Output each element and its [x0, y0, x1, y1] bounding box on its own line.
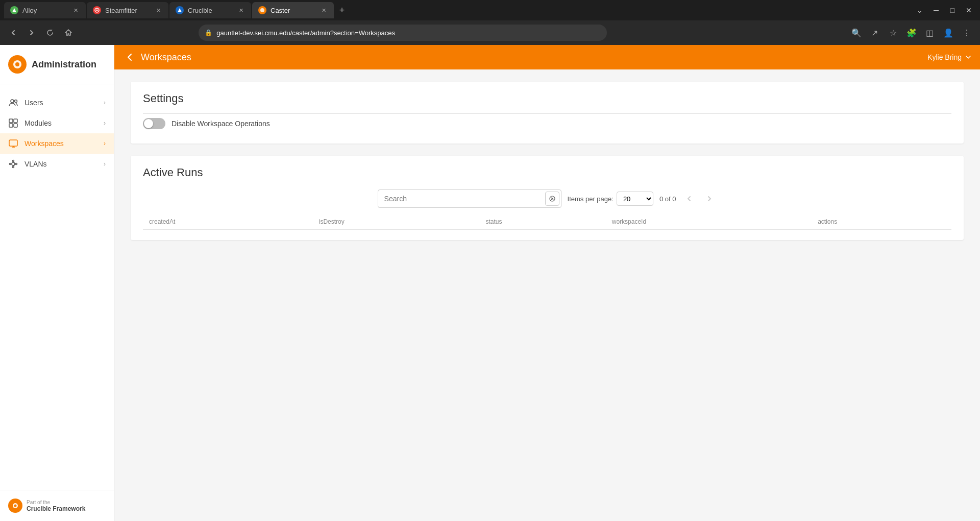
- share-icon[interactable]: ↗: [868, 26, 882, 40]
- browser-actions: 🔍 ↗ ☆ 🧩 ◫ 👤 ⋮: [849, 26, 974, 40]
- tab-caster[interactable]: Caster ✕: [252, 2, 334, 18]
- tab-crucible-label: Crucible: [188, 7, 233, 14]
- chevron-right-icon: ›: [104, 99, 106, 106]
- footer-main-text: Crucible Framework: [27, 505, 85, 512]
- user-name: Kylie Bring: [927, 53, 962, 61]
- table-header-row: createdAt isDestroy status workspaceId a…: [143, 214, 951, 230]
- items-per-page-label: Items per page:: [568, 195, 614, 203]
- workspaces-icon: [8, 138, 18, 149]
- sidebar-item-users-label: Users: [24, 99, 97, 107]
- items-per-page-control: Items per page: 5 10 20 50 100: [568, 192, 653, 206]
- active-runs-card: Active Runs Items per page: 5 10: [131, 156, 964, 240]
- toggle-knob: [144, 119, 153, 128]
- tab-crucible[interactable]: Crucible ✕: [169, 2, 251, 18]
- chevron-down-icon[interactable]: ⌄: [913, 3, 927, 17]
- tab-crucible-close[interactable]: ✕: [237, 6, 245, 14]
- svg-rect-10: [14, 119, 17, 123]
- top-bar: Workspaces Kylie Bring: [114, 45, 980, 69]
- search-input[interactable]: [378, 190, 561, 208]
- back-nav-button[interactable]: [6, 26, 20, 40]
- sidebar-item-vlans-label: VLANs: [24, 160, 97, 168]
- tab-steamfitter[interactable]: Steamfitter ✕: [87, 2, 168, 18]
- tab-caster-close[interactable]: ✕: [320, 6, 328, 14]
- extensions-icon[interactable]: 🧩: [904, 26, 919, 40]
- user-menu[interactable]: Kylie Bring: [927, 53, 972, 61]
- maximize-button[interactable]: □: [945, 3, 960, 17]
- svg-point-16: [13, 167, 14, 168]
- sidebar-header: Administration: [0, 45, 114, 84]
- tab-caster-label: Caster: [271, 7, 315, 14]
- footer-small-text: Part of the: [27, 500, 85, 505]
- reload-button[interactable]: [43, 26, 57, 40]
- main-content: Workspaces Kylie Bring Settings Disable …: [114, 45, 980, 521]
- back-button[interactable]: [122, 50, 137, 64]
- caster-favicon: [258, 6, 266, 14]
- sidebar-item-workspaces-label: Workspaces: [24, 139, 97, 148]
- col-created-at: createdAt: [143, 214, 313, 230]
- search-clear-button[interactable]: [545, 192, 559, 206]
- svg-rect-13: [9, 140, 17, 146]
- address-bar-url: gauntlet-dev.sei.cmu.edu/caster/admin?se…: [216, 29, 601, 37]
- sidebar-item-workspaces[interactable]: Workspaces ›: [0, 133, 114, 154]
- chevron-right-icon-4: ›: [104, 160, 106, 168]
- minimize-button[interactable]: ─: [929, 3, 943, 17]
- col-workspace-id: workspaceId: [606, 214, 812, 230]
- sidebar-item-users[interactable]: Users ›: [0, 92, 114, 113]
- tab-steamfitter-close[interactable]: ✕: [154, 6, 162, 14]
- sidebar-item-vlans[interactable]: VLANs ›: [0, 154, 114, 174]
- footer-logo: [8, 499, 22, 513]
- svg-rect-12: [14, 124, 17, 127]
- tab-alloy-close[interactable]: ✕: [71, 6, 80, 14]
- address-bar[interactable]: 🔒 gauntlet-dev.sei.cmu.edu/caster/admin?…: [199, 25, 607, 41]
- search-container: [378, 190, 561, 208]
- lock-icon: 🔒: [205, 29, 212, 36]
- table-header: createdAt isDestroy status workspaceId a…: [143, 214, 951, 230]
- settings-card: Settings Disable Workspace Operations: [131, 82, 964, 144]
- sidebar-item-modules-label: Modules: [24, 119, 97, 127]
- svg-rect-9: [9, 119, 13, 123]
- table-controls: Items per page: 5 10 20 50 100 0 of 0: [143, 190, 951, 208]
- tab-alloy[interactable]: Alloy ✕: [4, 2, 86, 18]
- col-status: status: [479, 214, 605, 230]
- footer-text: Part of the Crucible Framework: [27, 500, 85, 512]
- chevron-right-icon-2: ›: [104, 120, 106, 127]
- sidebar-footer: Part of the Crucible Framework: [0, 490, 114, 521]
- disable-workspace-toggle[interactable]: [143, 118, 165, 129]
- svg-marker-3: [178, 8, 182, 12]
- col-is-destroy: isDestroy: [313, 214, 480, 230]
- svg-marker-0: [12, 8, 16, 12]
- users-icon: [8, 98, 18, 108]
- menu-icon[interactable]: ⋮: [960, 26, 974, 40]
- pagination-prev-button[interactable]: [682, 192, 696, 206]
- svg-point-6: [15, 62, 19, 66]
- svg-point-2: [96, 10, 98, 11]
- forward-nav-button[interactable]: [24, 26, 39, 40]
- window-controls: ⌄ ─ □ ✕: [913, 3, 976, 17]
- svg-rect-11: [9, 124, 13, 127]
- steamfitter-favicon: [93, 6, 101, 14]
- close-window-button[interactable]: ✕: [962, 3, 976, 17]
- profile-icon[interactable]: 👤: [941, 26, 955, 40]
- active-runs-table: createdAt isDestroy status workspaceId a…: [143, 214, 951, 230]
- home-button[interactable]: [61, 26, 76, 40]
- content-area: Settings Disable Workspace Operations Ac…: [114, 69, 980, 521]
- disable-workspace-row: Disable Workspace Operations: [143, 114, 951, 133]
- alloy-favicon: [10, 6, 18, 14]
- pagination-next-button[interactable]: [702, 192, 717, 206]
- crucible-favicon: [176, 6, 184, 14]
- col-actions: actions: [812, 214, 951, 230]
- svg-point-18: [16, 163, 17, 165]
- sidebar-item-modules[interactable]: Modules ›: [0, 113, 114, 133]
- tab-bar: Alloy ✕ Steamfitter ✕ Crucible ✕ Caster …: [0, 0, 980, 20]
- bookmark-icon[interactable]: ☆: [886, 26, 900, 40]
- new-tab-button[interactable]: +: [335, 3, 349, 17]
- svg-point-8: [15, 100, 17, 103]
- svg-point-15: [13, 160, 14, 162]
- zoom-icon[interactable]: 🔍: [849, 26, 864, 40]
- sidebar-toggle-icon[interactable]: ◫: [923, 26, 937, 40]
- svg-point-4: [260, 8, 264, 12]
- disable-workspace-label: Disable Workspace Operations: [172, 120, 270, 128]
- items-per-page-select[interactable]: 5 10 20 50 100: [617, 192, 653, 206]
- vlans-icon: [8, 159, 18, 169]
- svg-point-24: [14, 505, 17, 507]
